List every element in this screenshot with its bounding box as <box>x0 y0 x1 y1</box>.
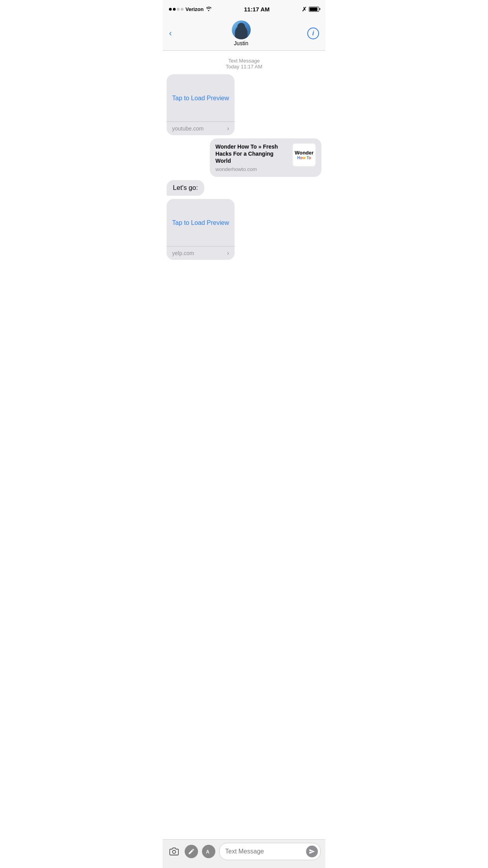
battery-icon <box>309 7 319 12</box>
back-button[interactable]: ‹ <box>169 28 175 39</box>
timestamp-label: Text Message <box>167 58 321 64</box>
wonder-logo: Wonder How To <box>293 144 315 166</box>
status-left: Verizon <box>169 6 212 12</box>
status-right: ✗ <box>302 6 319 13</box>
signal-dots <box>169 8 183 11</box>
avatar-body <box>235 25 248 39</box>
bubble-row-2: Wonder How To » Fresh Hacks For a Changi… <box>167 138 321 177</box>
signal-dot-2 <box>173 8 176 11</box>
text-bubble-content: Let's go: <box>173 184 198 191</box>
nav-bar: ‹ Justin i <box>163 17 325 51</box>
status-time: 11:17 AM <box>244 6 270 13</box>
link-preview-area-2: Tap to Load Preview <box>167 199 235 246</box>
rich-link-text: Wonder How To » Fresh Hacks For a Changi… <box>215 143 288 172</box>
info-label: i <box>312 30 314 37</box>
chevron-icon-2: › <box>227 250 229 257</box>
link-domain-1: youtube.com <box>172 125 204 132</box>
carrier-name: Verizon <box>185 6 204 12</box>
bubble-row-4: Tap to Load Preview yelp.com › <box>167 199 321 260</box>
chevron-icon-1: › <box>227 125 229 132</box>
signal-dot-1 <box>169 8 172 11</box>
rich-link-bubble-wonder[interactable]: Wonder How To » Fresh Hacks For a Changi… <box>210 138 321 177</box>
avatar[interactable] <box>232 20 251 39</box>
signal-dot-4 <box>181 8 183 11</box>
link-footer-2[interactable]: yelp.com › <box>167 246 235 260</box>
bluetooth-icon: ✗ <box>302 6 307 13</box>
rich-link-title: Wonder How To » Fresh Hacks For a Changi… <box>215 143 288 165</box>
rich-link-domain: wonderhowto.com <box>215 166 288 172</box>
timestamp-value: Today 11:17 AM <box>167 64 321 70</box>
nav-center: Justin <box>232 20 251 46</box>
wifi-icon <box>205 6 212 12</box>
messages-area: Text Message Today 11:17 AM Tap to Load … <box>163 51 325 271</box>
info-button[interactable]: i <box>307 28 319 39</box>
contact-name[interactable]: Justin <box>234 40 248 46</box>
link-domain-2: yelp.com <box>172 250 194 256</box>
link-preview-area-1: Tap to Load Preview <box>167 74 235 121</box>
tap-to-load-2[interactable]: Tap to Load Preview <box>172 219 229 226</box>
link-bubble-youtube[interactable]: Tap to Load Preview youtube.com › <box>167 74 235 135</box>
wonder-text-howto: How To <box>297 156 311 160</box>
link-footer-1[interactable]: youtube.com › <box>167 121 235 135</box>
text-bubble-lets-go: Let's go: <box>167 180 204 196</box>
status-bar: Verizon 11:17 AM ✗ <box>163 0 325 17</box>
rich-link-thumbnail: Wonder How To <box>292 143 316 167</box>
signal-dot-3 <box>177 8 180 11</box>
wonder-text-wonder: Wonder <box>295 150 314 156</box>
tap-to-load-1[interactable]: Tap to Load Preview <box>172 95 229 102</box>
bubble-row-1: Tap to Load Preview youtube.com › <box>167 74 321 135</box>
link-bubble-yelp[interactable]: Tap to Load Preview yelp.com › <box>167 199 235 260</box>
bubble-row-3: Let's go: <box>167 180 321 196</box>
timestamp-header: Text Message Today 11:17 AM <box>167 51 321 74</box>
